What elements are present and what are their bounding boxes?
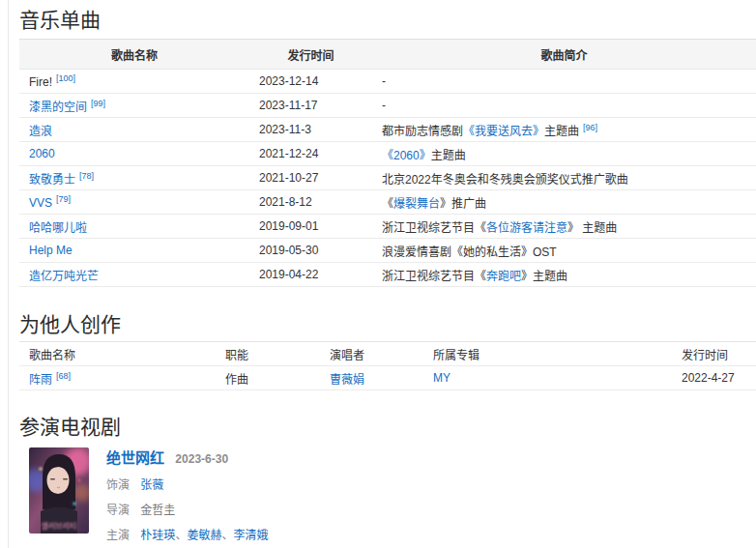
drama-poster-image[interactable]: 셀러브리티 bbox=[29, 447, 89, 534]
column-header: 所属专辑 bbox=[423, 342, 672, 366]
song-row: VVS[79]2021-8-12《爆裂舞台》推广曲 bbox=[19, 190, 756, 215]
song-desc: - bbox=[372, 94, 756, 118]
drama-title-link[interactable]: 绝世网红 bbox=[106, 449, 164, 466]
director-label: 导演 bbox=[106, 504, 130, 517]
citation-ref[interactable]: [79] bbox=[56, 194, 71, 204]
song-desc: 《爆裂舞台》推广曲 bbox=[372, 190, 756, 215]
desc-text: 主题曲 bbox=[544, 125, 579, 138]
song-row: 造浪2023-11-3都市励志情感剧《我要送风去》主题曲[96] bbox=[19, 118, 756, 142]
section-dramas: 参演电视剧 bbox=[19, 415, 756, 544]
song-desc: 《2060》主题曲 bbox=[372, 142, 756, 166]
role: 作曲 bbox=[216, 366, 320, 390]
desc-text: 北京2022年冬奥会和冬残奥会颁奖仪式推广歌曲 bbox=[382, 173, 628, 187]
release-date: 2019-04-22 bbox=[249, 263, 372, 287]
song-desc: - bbox=[372, 70, 756, 94]
song-row: Help Me2019-05-30浪漫爱情喜剧《她的私生活》OST bbox=[19, 239, 756, 263]
for-others-header-row: 歌曲名称职能演唱者所属专辑发行时间 bbox=[19, 342, 756, 366]
release-date: 2023-11-3 bbox=[249, 118, 372, 142]
baike-content: 音乐单曲 歌曲名称发行时间歌曲简介 Fire![100]2023-12-14-漆… bbox=[19, 8, 756, 548]
song-row: 哈哈哪儿啦2019-09-01浙江卫视综艺节目《各位游客请注意》 主题曲 bbox=[19, 215, 756, 239]
role-label: 饰演 bbox=[106, 478, 130, 492]
column-header: 歌曲名称 bbox=[19, 342, 216, 366]
drama-release-date: 2023-6-30 bbox=[175, 452, 228, 466]
desc-text: - bbox=[382, 74, 386, 88]
column-header: 发行时间 bbox=[249, 40, 372, 70]
song-row: 造亿万吨光芒2019-04-22浙江卫视综艺节目《奔跑吧》主题曲 bbox=[19, 263, 756, 287]
release-date: 2019-09-01 bbox=[249, 215, 372, 239]
for-others-table: 歌曲名称职能演唱者所属专辑发行时间 阵雨[68]作曲曺薇娟MY2022-4-27 bbox=[19, 341, 756, 390]
column-header: 演唱者 bbox=[320, 342, 423, 366]
desc-text: 》推广曲 bbox=[440, 197, 486, 211]
singer-link[interactable]: 曺薇娟 bbox=[330, 373, 364, 387]
desc-text: 主题曲 bbox=[431, 149, 466, 162]
citation-ref[interactable]: [68] bbox=[56, 371, 71, 381]
for-others-tbody: 阵雨[68]作曲曺薇娟MY2022-4-27 bbox=[19, 366, 756, 390]
song-desc: 都市励志情感剧《我要送风去》主题曲[96] bbox=[372, 118, 756, 142]
section-for-others: 为他人创作 歌曲名称职能演唱者所属专辑发行时间 阵雨[68]作曲曺薇娟MY202… bbox=[19, 312, 756, 390]
cast-member-link[interactable]: 姜敏赫 bbox=[187, 529, 221, 542]
desc-text: 》主题曲 bbox=[521, 270, 567, 283]
poster-face-shape bbox=[47, 467, 70, 494]
song-name[interactable]: 致敬勇士 bbox=[29, 173, 75, 187]
desc-link[interactable]: 爆裂舞台 bbox=[393, 197, 440, 211]
song-name[interactable]: 造浪 bbox=[29, 125, 52, 138]
cast-separator: 、 bbox=[175, 529, 187, 542]
song-name[interactable]: 哈哈哪儿啦 bbox=[29, 221, 87, 235]
desc-text: 浪漫爱情喜剧《她的私生活》OST bbox=[382, 245, 557, 259]
release-date: 2019-05-30 bbox=[249, 239, 372, 263]
release-date: 2023-12-14 bbox=[249, 70, 372, 94]
song-name[interactable]: 2060 bbox=[29, 147, 55, 160]
desc-link[interactable]: 奔跑吧 bbox=[486, 270, 521, 283]
desc-link[interactable]: 各位游客请注意 bbox=[486, 221, 567, 235]
section-title-dramas: 参演电视剧 bbox=[19, 415, 756, 440]
cast-member-link[interactable]: 朴珪瑛 bbox=[140, 529, 175, 542]
desc-link[interactable]: 《我要送风去》 bbox=[463, 125, 544, 138]
song-row: Fire![100]2023-12-14- bbox=[19, 70, 756, 94]
cast-member-link[interactable]: 李清娥 bbox=[233, 529, 268, 542]
page-left-border bbox=[8, 0, 9, 548]
song-desc: 浙江卫视综艺节目《各位游客请注意》 主题曲 bbox=[372, 215, 756, 239]
citation-ref[interactable]: [99] bbox=[91, 99, 105, 108]
song-row: 20602021-12-24《2060》主题曲 bbox=[19, 142, 756, 166]
song-row: 漆黑的空间[99]2023-11-17- bbox=[19, 94, 756, 118]
drama-director-line: 导演 金哲圭 bbox=[106, 503, 268, 519]
desc-text: 浙江卫视综艺节目《 bbox=[382, 221, 486, 235]
citation-ref[interactable]: [78] bbox=[79, 171, 94, 181]
release-date: 2022-4-27 bbox=[672, 366, 756, 390]
cast-links: 朴珪瑛、姜敏赫、李清娥 bbox=[140, 529, 268, 542]
song-name[interactable]: 阵雨 bbox=[29, 373, 52, 387]
drama-role-line: 饰演 张薇 bbox=[106, 477, 268, 494]
drama-cast-line: 主演 朴珪瑛、姜敏赫、李清娥 bbox=[106, 528, 268, 544]
cast-label: 主演 bbox=[106, 529, 130, 542]
release-date: 2021-12-24 bbox=[249, 142, 372, 166]
release-date: 2023-11-17 bbox=[249, 94, 372, 118]
album-link[interactable]: MY bbox=[433, 371, 451, 385]
director-name: 金哲圭 bbox=[140, 504, 175, 517]
citation-ref[interactable]: [100] bbox=[56, 73, 75, 83]
singles-tbody: Fire![100]2023-12-14-漆黑的空间[99]2023-11-17… bbox=[19, 70, 756, 287]
section-title-singles: 音乐单曲 bbox=[19, 8, 756, 33]
release-date: 2021-8-12 bbox=[249, 190, 372, 215]
drama-info: 绝世网红 2023-6-30 饰演 张薇 导演 金哲圭 主演 朴珪瑛、姜敏赫、李… bbox=[106, 447, 268, 544]
column-header: 发行时间 bbox=[672, 342, 756, 366]
song-name[interactable]: Help Me bbox=[29, 244, 73, 257]
song-name[interactable]: 造亿万吨光芒 bbox=[29, 270, 99, 283]
desc-text: 《 bbox=[382, 197, 393, 211]
role-name-link[interactable]: 张薇 bbox=[140, 478, 163, 492]
desc-link[interactable]: 《2060》 bbox=[382, 149, 431, 162]
desc-text: - bbox=[382, 99, 386, 112]
song-name[interactable]: 漆黑的空间 bbox=[29, 101, 87, 114]
song-name[interactable]: VVS bbox=[29, 196, 52, 210]
section-singles: 音乐单曲 歌曲名称发行时间歌曲简介 Fire![100]2023-12-14-漆… bbox=[19, 8, 756, 287]
desc-text: 》 主题曲 bbox=[567, 221, 617, 235]
section-title-for-others: 为他人创作 bbox=[19, 312, 756, 337]
column-header: 职能 bbox=[216, 342, 320, 366]
cast-separator: 、 bbox=[221, 529, 233, 542]
poster-caption-text: 셀러브리티 bbox=[42, 521, 77, 531]
song-name: Fire! bbox=[29, 75, 52, 89]
song-desc: 北京2022年冬奥会和冬残奥会颁奖仪式推广歌曲 bbox=[372, 166, 756, 190]
citation-ref[interactable]: [96] bbox=[583, 123, 597, 132]
song-row: 致敬勇士[78]2021-10-27北京2022年冬奥会和冬残奥会颁奖仪式推广歌… bbox=[19, 166, 756, 190]
release-date: 2021-10-27 bbox=[249, 166, 372, 190]
drama-title-line: 绝世网红 2023-6-30 bbox=[106, 448, 268, 469]
